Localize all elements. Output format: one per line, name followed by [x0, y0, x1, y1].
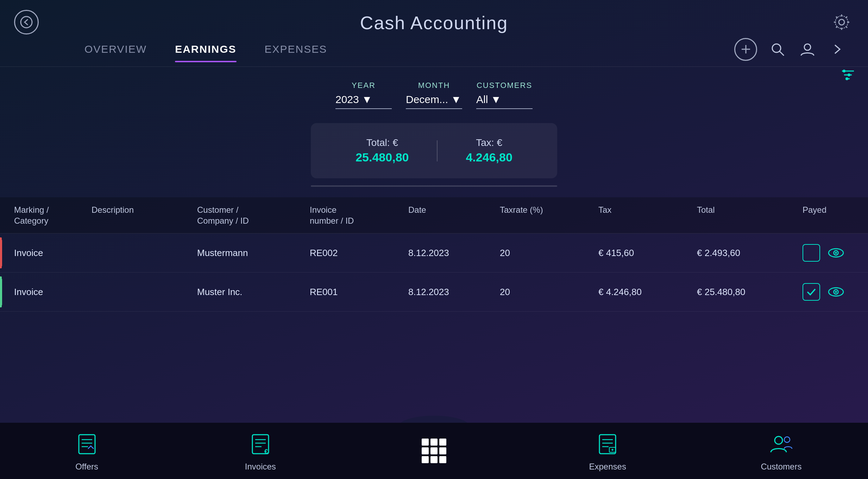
- grid-dot: [439, 456, 446, 463]
- bottom-tab-offers[interactable]: Offers: [0, 430, 174, 472]
- payed-checkbox-1[interactable]: [803, 244, 820, 262]
- grid-dot: [439, 439, 446, 446]
- summary-divider: [437, 140, 438, 161]
- col-invoice: Invoicenumber / ID: [310, 204, 408, 226]
- month-filter: MONTH Decem... ▼: [406, 81, 462, 109]
- customers-value: All: [476, 94, 488, 106]
- customers-select[interactable]: All ▼: [476, 94, 533, 109]
- cell-invoice-2: RE001: [310, 287, 408, 298]
- svg-rect-21: [79, 435, 95, 454]
- offers-icon: [73, 430, 101, 458]
- svg-point-20: [835, 291, 837, 293]
- customers-chevron-icon: ▼: [491, 94, 501, 106]
- svg-point-37: [775, 436, 782, 444]
- table-header: Marking /Category Description Customer /…: [0, 197, 868, 234]
- grid-dot: [422, 447, 429, 454]
- customers-label: CUSTOMERS: [477, 81, 532, 90]
- offers-label: Offers: [75, 462, 98, 472]
- summary-box: Total: € 25.480,80 Tax: € 4.246,80: [311, 123, 557, 178]
- table-row: Invoice Mustermann RE002 8.12.2023 20 € …: [0, 234, 868, 273]
- bottom-tab-invoices[interactable]: € Invoices: [174, 430, 347, 472]
- bottom-bar: Offers € Invoices: [0, 423, 868, 479]
- tab-earnings[interactable]: EARNINGS: [161, 43, 250, 62]
- month-label: MONTH: [418, 81, 450, 90]
- cell-invoice-1: RE002: [310, 248, 408, 258]
- customers-filter: CUSTOMERS All ▼: [476, 81, 533, 109]
- user-button[interactable]: [798, 40, 817, 59]
- expenses-label: Expenses: [589, 462, 626, 472]
- col-payed: Payed: [803, 204, 868, 226]
- col-taxrate: Taxrate (%): [500, 204, 598, 226]
- year-filter: YEAR 2023 ▼: [335, 81, 392, 109]
- total-label: Total: €: [356, 137, 409, 148]
- nav-actions: [734, 39, 847, 60]
- tab-expenses[interactable]: EXPENSES: [251, 43, 341, 62]
- app-title: Cash Accounting: [360, 12, 508, 33]
- grid-dot: [439, 447, 446, 454]
- grid-dot: [430, 439, 438, 446]
- filters-row: YEAR 2023 ▼ MONTH Decem... ▼ CUSTOMERS A…: [0, 67, 868, 116]
- bottom-tab-home[interactable]: [347, 439, 521, 463]
- cell-marking-1: Invoice: [14, 248, 92, 258]
- payed-checkbox-2[interactable]: [803, 283, 820, 301]
- cell-taxrate-2: 20: [500, 287, 598, 298]
- col-total: Total: [697, 204, 803, 226]
- nav-tabs: OVERVIEW EARNINGS EXPENSES: [0, 39, 868, 67]
- row-status-indicator: [0, 240, 2, 267]
- svg-line-6: [780, 51, 784, 56]
- svg-point-7: [804, 44, 811, 50]
- year-value: 2023: [335, 94, 359, 106]
- bottom-tab-expenses[interactable]: Expenses: [521, 430, 694, 472]
- grid-dot: [422, 439, 429, 446]
- svg-point-1: [839, 19, 844, 25]
- month-select[interactable]: Decem... ▼: [406, 94, 462, 109]
- tax-label: Tax: €: [466, 137, 512, 148]
- svg-point-11: [843, 70, 845, 72]
- earnings-table: Marking /Category Description Customer /…: [0, 197, 868, 312]
- cell-total-2: € 25.480,80: [697, 287, 803, 298]
- month-chevron-icon: ▼: [451, 94, 461, 106]
- svg-point-13: [845, 77, 848, 80]
- col-marking: Marking /Category: [14, 204, 92, 226]
- row-status-indicator: [0, 279, 2, 306]
- customers-label: Customers: [761, 462, 801, 472]
- grid-dot: [422, 456, 429, 463]
- invoices-label: Invoices: [245, 462, 276, 472]
- cell-customer-2: Muster Inc.: [197, 287, 310, 298]
- cell-taxrate-1: 20: [500, 248, 598, 258]
- total-value: 25.480,80: [356, 151, 409, 164]
- col-date: Date: [408, 204, 500, 226]
- col-customer: Customer /Company / ID: [197, 204, 310, 226]
- bottom-tab-customers[interactable]: Customers: [694, 430, 868, 472]
- invoices-icon: €: [246, 430, 275, 458]
- col-description: Description: [92, 204, 197, 226]
- view-button-1[interactable]: [827, 248, 845, 258]
- grid-dot: [430, 447, 438, 454]
- col-tax: Tax: [598, 204, 697, 226]
- svg-point-38: [784, 437, 790, 442]
- month-value: Decem...: [406, 94, 448, 106]
- view-button-2[interactable]: [827, 287, 845, 297]
- svg-text:€: €: [264, 448, 268, 455]
- cell-customer-1: Mustermann: [197, 248, 310, 258]
- cell-date-1: 8.12.2023: [408, 248, 500, 258]
- chevron-right-button[interactable]: [828, 40, 847, 59]
- settings-button[interactable]: [829, 10, 854, 34]
- svg-point-12: [848, 74, 850, 76]
- year-select[interactable]: 2023 ▼: [335, 94, 392, 109]
- cell-marking-2: Invoice: [14, 287, 92, 298]
- tax-value: 4.246,80: [466, 151, 512, 164]
- expenses-icon: [593, 430, 622, 458]
- customers-icon: [767, 430, 795, 458]
- tab-overview[interactable]: OVERVIEW: [70, 43, 161, 62]
- filter-button[interactable]: [838, 65, 857, 84]
- back-button[interactable]: [14, 10, 39, 34]
- grid-dot: [430, 456, 438, 463]
- search-button[interactable]: [768, 40, 787, 59]
- add-button[interactable]: [734, 38, 757, 61]
- cell-total-1: € 2.493,60: [697, 248, 803, 258]
- svg-point-0: [21, 17, 32, 28]
- svg-rect-30: [599, 435, 616, 454]
- cell-date-2: 8.12.2023: [408, 287, 500, 298]
- table-row: Invoice Muster Inc. RE001 8.12.2023 20 €…: [0, 273, 868, 312]
